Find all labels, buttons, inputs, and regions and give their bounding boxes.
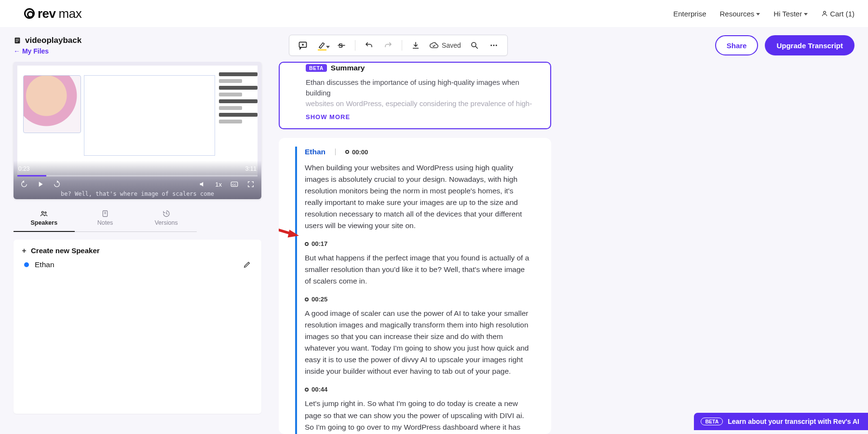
speaker-name: Ethan [35, 260, 54, 269]
strikethrough-icon: S [337, 41, 346, 50]
download-button[interactable] [407, 37, 424, 54]
edit-icon[interactable] [243, 261, 251, 269]
nav-resources[interactable]: Resources [720, 10, 760, 18]
logo-max: max [59, 6, 82, 21]
share-button[interactable]: Share [715, 35, 759, 55]
cc-icon[interactable]: CC [231, 180, 238, 188]
svg-rect-3 [16, 40, 19, 41]
svg-point-15 [42, 211, 44, 213]
ai-learn-widget[interactable]: BETA Learn about your transcript with Re… [694, 413, 868, 430]
video-total-time: 3:11 [245, 165, 257, 172]
svg-point-10 [490, 45, 492, 46]
timestamp-1[interactable]: 00:17 [305, 240, 532, 247]
highlighter-icon [318, 41, 326, 50]
strikethrough-button[interactable]: S [333, 37, 350, 54]
forward-icon[interactable] [53, 180, 61, 188]
svg-point-8 [472, 42, 476, 47]
video-progress[interactable] [17, 175, 258, 176]
timestamp-0[interactable]: 00:00 [345, 149, 368, 156]
side-tabs: Speakers Notes Versions [14, 206, 197, 232]
chevron-down-icon [804, 13, 808, 15]
more-button[interactable] [485, 37, 502, 54]
notes-icon [101, 210, 109, 217]
create-speaker-button[interactable]: Create new Speaker [21, 246, 254, 255]
logo-mark-icon [24, 8, 35, 19]
top-nav: rev max Enterprise Resources Hi Tester C… [0, 0, 868, 27]
rewind-icon[interactable] [20, 180, 28, 188]
annotation-arrow-icon [279, 223, 299, 238]
nav-cart[interactable]: Cart (1) [821, 10, 854, 18]
svg-point-0 [824, 11, 826, 14]
svg-point-11 [493, 45, 494, 46]
versions-icon [163, 210, 170, 217]
download-icon [411, 41, 420, 50]
transcript-speaker-bar [295, 147, 297, 434]
svg-line-9 [475, 46, 478, 49]
logo[interactable]: rev max [24, 6, 81, 21]
video-frame [17, 66, 258, 175]
speaker-color-dot [24, 262, 29, 267]
undo-icon [365, 41, 373, 50]
svg-rect-2 [16, 39, 19, 40]
redo-icon [384, 41, 393, 50]
file-title: videoplayback [25, 36, 81, 45]
video-player[interactable]: 0:23 3:11 1x CC [14, 62, 261, 199]
header-actions: Share Upgrade Transcript [715, 35, 854, 55]
tab-versions[interactable]: Versions [136, 206, 197, 231]
transcript-speaker-name[interactable]: Ethan [305, 148, 326, 156]
play-icon[interactable] [37, 180, 44, 188]
nav-account[interactable]: Hi Tester [773, 10, 808, 18]
speakers-panel: Create new Speaker Ethan [14, 240, 261, 414]
timestamp-2[interactable]: 00:25 [305, 296, 532, 303]
summary-title: Summary [331, 64, 365, 72]
nav-enterprise[interactable]: Enterprise [673, 10, 706, 18]
transcript-panel: Ethan 00:00 When building your websites … [279, 138, 551, 434]
tab-notes[interactable]: Notes [75, 206, 136, 231]
undo-button[interactable] [360, 37, 378, 54]
chevron-down-icon [326, 46, 330, 48]
fullscreen-icon[interactable] [247, 180, 255, 188]
chevron-down-icon [756, 13, 760, 15]
svg-point-12 [496, 45, 497, 46]
timestamp-3[interactable]: 00:44 [305, 386, 532, 393]
transcript-p2[interactable]: A good image of scaler can use the power… [305, 308, 532, 377]
show-more-button[interactable]: SHOW MORE [306, 108, 535, 122]
left-column: 0:23 3:11 1x CC [14, 62, 261, 434]
speed-indicator[interactable]: 1x [215, 181, 222, 188]
logo-rev: rev [38, 6, 56, 21]
highlight-button[interactable] [313, 37, 331, 54]
summary-card: BETA Summary Ethan discusses the importa… [279, 62, 551, 129]
speakers-icon [40, 210, 48, 217]
svg-point-16 [45, 212, 46, 213]
header-bar: videoplayback ← My Files S [0, 27, 868, 62]
speaker-row[interactable]: Ethan [21, 255, 254, 269]
volume-icon[interactable] [199, 180, 206, 188]
nav-links: Enterprise Resources Hi Tester Cart (1) [673, 10, 854, 18]
tab-speakers[interactable]: Speakers [14, 206, 75, 232]
transcript-p0[interactable]: When building your websites and WordPres… [305, 162, 532, 231]
summary-text-1: Ethan discusses the importance of using … [306, 77, 535, 98]
comment-button[interactable] [294, 37, 312, 54]
redo-button[interactable] [380, 37, 397, 54]
search-icon [470, 41, 479, 50]
back-link[interactable]: ← My Files [14, 47, 81, 55]
svg-text:CC: CC [232, 183, 236, 186]
cloud-saved-icon [429, 41, 439, 50]
upgrade-button[interactable]: Upgrade Transcript [765, 35, 854, 55]
comment-plus-icon [298, 41, 308, 50]
separator [402, 40, 402, 51]
document-icon [14, 37, 21, 44]
beta-badge: BETA [306, 64, 327, 72]
more-icon [489, 41, 498, 50]
svg-rect-4 [16, 41, 18, 42]
video-overlay: 0:23 3:11 1x CC [14, 161, 261, 199]
search-button[interactable] [466, 37, 483, 54]
beta-badge-outline: BETA [701, 418, 723, 425]
main-column: BETA Summary Ethan discusses the importa… [279, 62, 551, 434]
transcript-p3[interactable]: Let's jump right in. So what I'm going t… [305, 398, 532, 434]
video-caption: be? Well, that's where image of scalers … [14, 190, 261, 197]
plus-icon [21, 248, 27, 254]
toolbar: S Saved [289, 35, 508, 56]
transcript-p1[interactable]: But what happens if the perfect image th… [305, 252, 532, 287]
summary-text-2: websites on WordPress, especially consid… [306, 98, 535, 109]
